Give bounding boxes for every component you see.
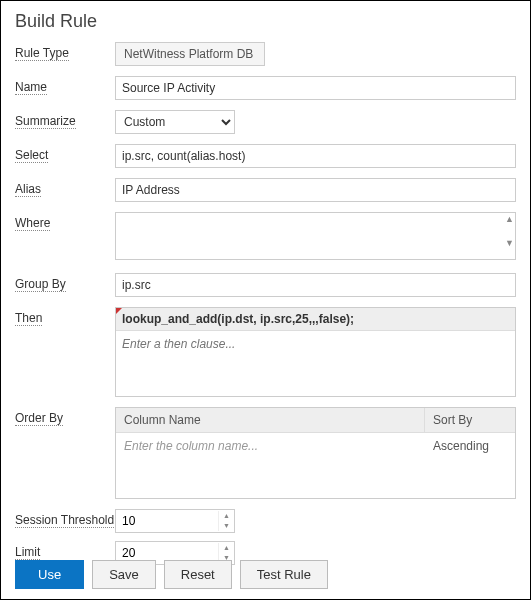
groupby-label: Group By xyxy=(15,277,66,292)
spinner-up-icon[interactable]: ▲ xyxy=(219,543,234,553)
build-rule-panel: Build Rule Rule Type NetWitness Platform… xyxy=(0,0,531,600)
alias-label: Alias xyxy=(15,182,41,197)
save-button[interactable]: Save xyxy=(92,560,156,589)
alias-input[interactable] xyxy=(115,178,516,202)
table-row[interactable]: Enter the column name... Ascending xyxy=(116,433,515,459)
where-label: Where xyxy=(15,216,50,231)
limit-input[interactable] xyxy=(116,546,218,560)
orderby-label: Order By xyxy=(15,411,63,426)
groupby-input[interactable] xyxy=(115,273,516,297)
rule-type-label: Rule Type xyxy=(15,46,69,61)
limit-label: Limit xyxy=(15,545,40,560)
then-label: Then xyxy=(15,311,42,326)
then-clause-header[interactable]: lookup_and_add(ip.dst, ip.src,25,,,false… xyxy=(116,308,515,331)
test-rule-button[interactable]: Test Rule xyxy=(240,560,328,589)
summarize-select[interactable]: Custom xyxy=(115,110,235,134)
button-bar: Use Save Reset Test Rule xyxy=(15,560,328,589)
orderby-grid: Column Name Sort By Enter the column nam… xyxy=(115,407,516,499)
page-title: Build Rule xyxy=(15,11,516,32)
reset-button[interactable]: Reset xyxy=(164,560,232,589)
summarize-label: Summarize xyxy=(15,114,76,129)
orderby-col-placeholder[interactable]: Enter the column name... xyxy=(116,433,425,459)
name-input[interactable] xyxy=(115,76,516,100)
then-clause-input[interactable] xyxy=(122,337,509,351)
orderby-col-name-header: Column Name xyxy=(116,408,425,432)
spinner-up-icon[interactable]: ▲ xyxy=(219,511,234,521)
session-threshold-input[interactable] xyxy=(116,514,218,528)
name-label: Name xyxy=(15,80,47,95)
use-button[interactable]: Use xyxy=(15,560,84,589)
select-input[interactable] xyxy=(115,144,516,168)
select-label: Select xyxy=(15,148,48,163)
session-threshold-spinner[interactable]: ▲ ▼ xyxy=(115,509,235,533)
then-box: lookup_and_add(ip.dst, ip.src,25,,,false… xyxy=(115,307,516,397)
where-input[interactable] xyxy=(115,212,516,260)
session-threshold-label: Session Threshold xyxy=(15,513,114,528)
spinner-down-icon[interactable]: ▼ xyxy=(219,521,234,531)
orderby-sortby-header: Sort By xyxy=(425,408,515,432)
orderby-sort-value[interactable]: Ascending xyxy=(425,433,515,459)
rule-type-value: NetWitness Platform DB xyxy=(115,42,265,66)
